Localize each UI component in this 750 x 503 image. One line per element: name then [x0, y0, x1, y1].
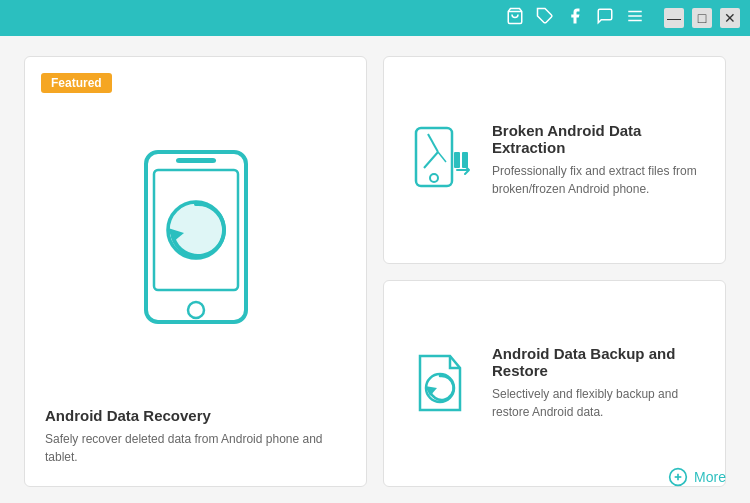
- phone-recovery-icon: [116, 142, 276, 342]
- backup-title: Android Data Backup and Restore: [492, 345, 705, 379]
- broken-android-content: Broken Android Data Extraction Professio…: [492, 122, 705, 198]
- main-card-desc: Safely recover deleted data from Android…: [45, 430, 346, 466]
- close-button[interactable]: ✕: [720, 8, 740, 28]
- main-card-title: Android Data Recovery: [45, 407, 211, 424]
- minimize-button[interactable]: —: [664, 8, 684, 28]
- backup-icon-area: [404, 348, 476, 418]
- cart-icon[interactable]: [506, 7, 524, 29]
- phone-icon-area: [45, 77, 346, 407]
- backup-content: Android Data Backup and Restore Selectiv…: [492, 345, 705, 421]
- menu-icon[interactable]: [626, 7, 644, 29]
- more-label: More: [694, 469, 726, 485]
- maximize-button[interactable]: □: [692, 8, 712, 28]
- svg-line-13: [428, 134, 438, 152]
- svg-point-7: [188, 302, 204, 318]
- svg-point-19: [430, 174, 438, 182]
- arrow-icon: [455, 160, 475, 180]
- tag-icon[interactable]: [536, 7, 554, 29]
- svg-line-14: [424, 152, 438, 168]
- titlebar-controls: — □ ✕: [664, 8, 740, 28]
- broken-phone-icon-area: [404, 124, 476, 196]
- backup-restore-card[interactable]: Android Data Backup and Restore Selectiv…: [383, 280, 726, 488]
- titlebar: — □ ✕: [0, 0, 750, 36]
- android-data-recovery-card[interactable]: Featured: [24, 56, 367, 487]
- svg-line-15: [438, 152, 446, 162]
- svg-rect-8: [176, 158, 216, 163]
- titlebar-icons: [506, 7, 644, 29]
- facebook-icon[interactable]: [566, 7, 584, 29]
- chat-icon[interactable]: [596, 7, 614, 29]
- backup-desc: Selectively and flexibly backup and rest…: [492, 385, 705, 421]
- more-circle-icon: [668, 467, 688, 487]
- broken-android-desc: Professionally fix and extract files fro…: [492, 162, 705, 198]
- broken-android-card[interactable]: Broken Android Data Extraction Professio…: [383, 56, 726, 264]
- backup-icon: [405, 348, 475, 418]
- featured-badge: Featured: [41, 73, 112, 93]
- broken-android-title: Broken Android Data Extraction: [492, 122, 705, 156]
- more-button[interactable]: More: [668, 467, 726, 487]
